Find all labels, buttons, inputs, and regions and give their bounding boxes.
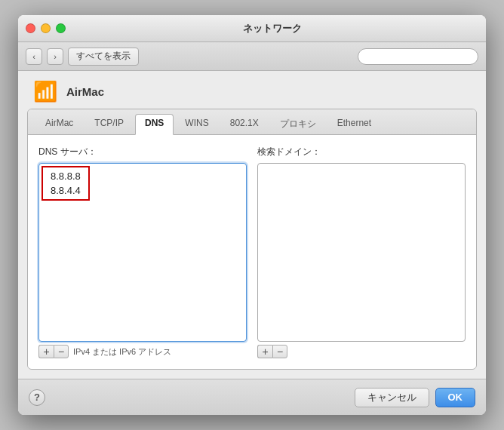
window-title: ネットワーク xyxy=(66,22,478,35)
content-area: 📶 AirMac AirMac TCP/IP DNS WINS 802.1X プ… xyxy=(18,71,486,379)
search-input[interactable] xyxy=(358,48,478,65)
dns-list-controls: + − IPv4 または IPv6 アドレス xyxy=(38,345,247,358)
dns-column-label: DNS サーバ： xyxy=(38,146,247,158)
tab-proxy[interactable]: プロキシ xyxy=(270,114,326,134)
tab-wins[interactable]: WINS xyxy=(175,114,218,134)
airmac-icon: 📶 xyxy=(33,80,57,103)
search-list-inner xyxy=(258,164,465,341)
back-button[interactable]: ‹ xyxy=(26,48,42,65)
dns-list-inner: 8.8.8.8 8.8.4.4 xyxy=(39,164,246,341)
search-domain-list[interactable] xyxy=(257,163,466,342)
tab-dns[interactable]: DNS xyxy=(135,114,174,135)
dns-highlight-box: 8.8.8.8 8.8.4.4 xyxy=(41,166,90,201)
dns-remove-button[interactable]: − xyxy=(54,345,69,358)
ok-button[interactable]: OK xyxy=(435,388,476,407)
help-button[interactable]: ? xyxy=(29,389,45,406)
network-window: ネットワーク ‹ › すべてを表示 ⚲ 📶 AirMac AirMac TCP/… xyxy=(18,15,486,415)
search-remove-button[interactable]: − xyxy=(272,345,287,358)
dns-entry-1: 8.8.8.8 xyxy=(46,169,85,183)
tab-bar: AirMac TCP/IP DNS WINS 802.1X プロキシ Ether… xyxy=(28,109,476,135)
search-domains-column: 検索ドメイン： + − xyxy=(257,146,466,358)
traffic-lights xyxy=(26,23,66,33)
cancel-button[interactable]: キャンセル xyxy=(355,388,429,407)
toolbar: ‹ › すべてを表示 ⚲ xyxy=(18,42,486,71)
dns-entry-2: 8.8.4.4 xyxy=(46,183,85,198)
dns-servers-column: DNS サーバ： 8.8.8.8 8.8.4.4 + − IPv4 または IP… xyxy=(38,146,247,358)
service-name: AirMac xyxy=(66,85,104,98)
tab-tcp-ip[interactable]: TCP/IP xyxy=(85,114,134,134)
settings-panel: AirMac TCP/IP DNS WINS 802.1X プロキシ Ether… xyxy=(27,109,477,370)
bottom-bar: ? キャンセル OK xyxy=(18,379,486,415)
show-all-button[interactable]: すべてを表示 xyxy=(68,48,139,66)
dns-tab-content: DNS サーバ： 8.8.8.8 8.8.4.4 + − IPv4 または IP… xyxy=(28,135,476,369)
ipv4-label: IPv4 または IPv6 アドレス xyxy=(73,346,171,358)
tab-802x[interactable]: 802.1X xyxy=(220,114,269,134)
maximize-button[interactable] xyxy=(56,23,66,33)
forward-button[interactable]: › xyxy=(47,48,63,65)
tab-ethernet[interactable]: Ethernet xyxy=(327,114,381,134)
search-add-button[interactable]: + xyxy=(257,345,272,358)
search-list-controls: + − xyxy=(257,345,466,358)
service-header: 📶 AirMac xyxy=(27,80,477,103)
dns-add-button[interactable]: + xyxy=(38,345,54,358)
close-button[interactable] xyxy=(26,23,35,33)
dns-server-list[interactable]: 8.8.8.8 8.8.4.4 xyxy=(38,163,247,342)
wifi-icon: 📶 xyxy=(30,80,60,103)
tab-airmac[interactable]: AirMac xyxy=(35,114,83,134)
search-wrapper: ⚲ xyxy=(358,48,478,65)
minimize-button[interactable] xyxy=(41,23,51,33)
titlebar: ネットワーク xyxy=(18,15,486,42)
search-column-label: 検索ドメイン： xyxy=(257,146,466,158)
